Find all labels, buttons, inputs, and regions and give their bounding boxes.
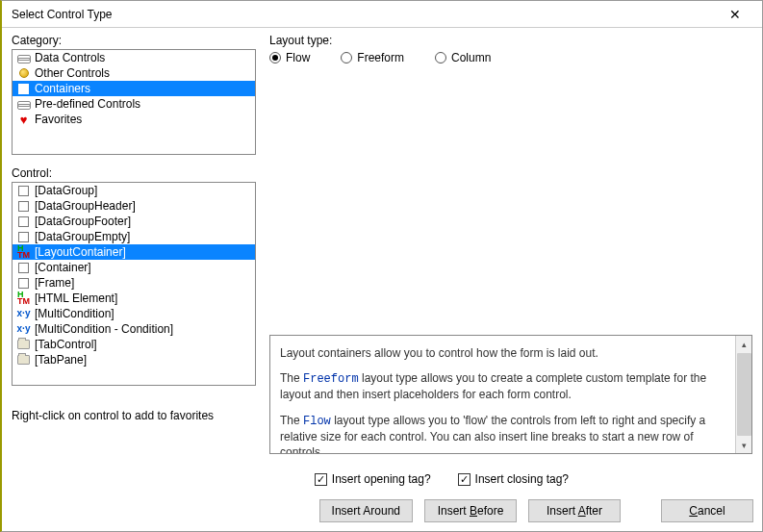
control-item-label: [TabPane]: [35, 352, 87, 367]
layout-type-label: Column: [451, 51, 491, 64]
category-item[interactable]: Data Controls: [13, 50, 255, 65]
control-item[interactable]: [Container]: [13, 260, 255, 275]
insert-before-button[interactable]: Insert Before: [424, 499, 517, 522]
control-list[interactable]: [DataGroup][DataGroupHeader][DataGroupFo…: [12, 182, 256, 386]
xy-icon: x·y: [16, 308, 31, 320]
container-icon: [16, 277, 31, 290]
control-item[interactable]: HTM[LayoutContainer]: [13, 244, 255, 260]
control-item-label: [Container]: [35, 260, 91, 275]
control-label: Control:: [12, 166, 256, 180]
checkbox-icon: ✓: [315, 473, 327, 486]
folder-icon: [16, 354, 31, 367]
insert-after-button[interactable]: Insert After: [528, 499, 621, 522]
checkbox-icon: ✓: [458, 473, 471, 486]
container-icon: [16, 200, 31, 213]
close-icon: ✕: [729, 7, 741, 22]
control-item[interactable]: [TabPane]: [13, 352, 255, 367]
category-item[interactable]: ♥Favorites: [13, 112, 255, 127]
control-item-label: [DataGroup]: [35, 183, 97, 198]
radio-icon: [269, 52, 281, 63]
description-text: Layout containers allow you to control h…: [270, 336, 735, 453]
data-icon: [16, 98, 31, 111]
container-icon: [16, 185, 31, 197]
dot-icon: [16, 67, 31, 80]
category-item[interactable]: Pre-defined Controls: [13, 96, 255, 112]
control-item[interactable]: [DataGroup]: [13, 183, 255, 198]
control-item-label: [DataGroupHeader]: [35, 198, 136, 214]
layout-type-radio[interactable]: Column: [435, 51, 491, 64]
category-item-label: Favorites: [35, 112, 82, 127]
control-item-label: [DataGroupEmpty]: [35, 229, 130, 244]
category-item-label: Data Controls: [35, 50, 105, 65]
control-item-label: [DataGroupFooter]: [35, 214, 131, 229]
container-icon: [16, 231, 31, 243]
layout-type-label: Layout type:: [269, 34, 752, 47]
control-item[interactable]: [DataGroupFooter]: [13, 214, 255, 229]
xy-icon: x·y: [16, 323, 31, 336]
control-item[interactable]: x·y[MultiCondition]: [13, 306, 255, 321]
insert-closing-checkbox[interactable]: ✓ Insert closing tag?: [458, 472, 569, 486]
heart-icon: ♥: [16, 114, 31, 126]
titlebar: Select Control Type ✕: [2, 1, 762, 28]
favorites-hint: Right-click on control to add to favorit…: [12, 409, 256, 422]
control-item[interactable]: [DataGroupHeader]: [13, 198, 255, 214]
insert-opening-checkbox[interactable]: ✓ Insert opening tag?: [315, 472, 431, 486]
layout-type-group: FlowFreeformColumn: [269, 51, 752, 64]
category-item-label: Pre-defined Controls: [35, 96, 140, 112]
control-item-label: [LayoutContainer]: [35, 244, 126, 260]
scroll-up-icon[interactable]: ▴: [736, 336, 751, 352]
description-scrollbar[interactable]: ▴ ▾: [735, 336, 751, 453]
control-item-label: [Frame]: [35, 275, 74, 291]
control-item-label: [MultiCondition - Condition]: [35, 321, 173, 337]
container-icon: [16, 262, 31, 274]
close-button[interactable]: ✕: [716, 2, 754, 27]
radio-icon: [435, 52, 446, 63]
insert-opening-label: Insert opening tag?: [332, 472, 431, 486]
layout-type-label: Flow: [286, 51, 310, 64]
control-item-label: [MultiCondition]: [35, 306, 114, 321]
control-item[interactable]: x·y[MultiCondition - Condition]: [13, 321, 255, 337]
category-item-label: Containers: [35, 81, 90, 96]
category-item[interactable]: Containers: [13, 81, 255, 96]
container-icon: [16, 215, 31, 228]
control-item[interactable]: [DataGroupEmpty]: [13, 229, 255, 244]
insert-closing-label: Insert closing tag?: [475, 472, 569, 486]
scroll-thumb[interactable]: [737, 353, 751, 436]
control-item[interactable]: HTM[HTML Element]: [13, 291, 255, 306]
layout-type-label: Freeform: [357, 51, 404, 64]
container-icon: [16, 83, 31, 95]
cancel-button[interactable]: Cancel: [661, 499, 753, 522]
category-item[interactable]: Other Controls: [13, 65, 255, 81]
html-icon: HTM: [16, 246, 31, 259]
layout-type-radio[interactable]: Flow: [269, 51, 310, 64]
category-list[interactable]: Data ControlsOther ControlsContainersPre…: [12, 49, 256, 155]
control-item-label: [TabControl]: [35, 337, 97, 352]
category-label: Category:: [12, 34, 256, 47]
layout-type-radio[interactable]: Freeform: [341, 51, 404, 64]
html-icon: HTM: [16, 292, 31, 305]
folder-icon: [16, 339, 31, 351]
window-title: Select Control Type: [12, 8, 113, 21]
scroll-down-icon[interactable]: ▾: [736, 437, 751, 453]
data-icon: [16, 52, 31, 64]
radio-icon: [341, 52, 352, 63]
control-item[interactable]: [Frame]: [13, 275, 255, 291]
category-item-label: Other Controls: [35, 65, 110, 81]
control-item[interactable]: [TabControl]: [13, 337, 255, 352]
description-panel: Layout containers allow you to control h…: [269, 335, 752, 454]
insert-around-button[interactable]: Insert Around: [319, 499, 413, 522]
control-item-label: [HTML Element]: [35, 291, 117, 306]
